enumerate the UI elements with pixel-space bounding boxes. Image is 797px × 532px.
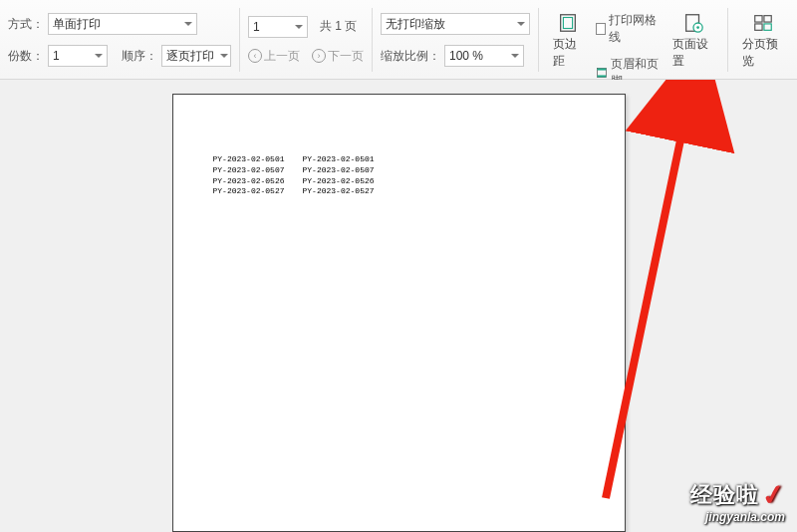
page-total: 共 1 页 bbox=[320, 18, 357, 35]
headerfooter-icon bbox=[596, 66, 608, 80]
chevron-down-icon bbox=[220, 54, 228, 58]
svg-rect-11 bbox=[764, 24, 771, 30]
watermark: 经验啦 ✓ jingyanla.com bbox=[690, 476, 785, 524]
margins-button[interactable]: 页边距 bbox=[547, 10, 590, 72]
next-page-button[interactable]: › 下一页 bbox=[312, 48, 364, 65]
print-preview-area: PY-2023-02-0501 PY-2023-02-0507 PY-2023-… bbox=[0, 80, 797, 532]
chevron-down-icon bbox=[517, 22, 525, 26]
mode-label: 方式： bbox=[8, 16, 44, 33]
chevron-down-icon bbox=[95, 54, 103, 58]
svg-rect-9 bbox=[764, 16, 771, 22]
cell: PY-2023-02-0507 bbox=[213, 165, 285, 176]
page-break-button[interactable]: 分页预览 bbox=[736, 10, 789, 72]
page-break-label: 分页预览 bbox=[742, 36, 783, 70]
mode-value: 单面打印 bbox=[53, 16, 101, 33]
scale-select[interactable]: 无打印缩放 bbox=[381, 13, 530, 35]
scale-ratio-value: 100 % bbox=[449, 49, 483, 63]
page-content: PY-2023-02-0501 PY-2023-02-0507 PY-2023-… bbox=[213, 154, 585, 197]
page-number-select[interactable]: 1 bbox=[248, 16, 308, 38]
group-scale: 无打印缩放 缩放比例： 100 % bbox=[373, 8, 539, 72]
group-page-options: 页边距 打印网格线 页眉和页脚 页面设置 bbox=[539, 8, 728, 72]
svg-rect-10 bbox=[754, 24, 761, 30]
preview-page: PY-2023-02-0501 PY-2023-02-0507 PY-2023-… bbox=[172, 94, 626, 532]
watermark-title: 经验啦 bbox=[690, 482, 759, 507]
margins-label: 页边距 bbox=[553, 36, 584, 70]
svg-rect-1 bbox=[564, 18, 573, 29]
data-column-2: PY-2023-02-0501 PY-2023-02-0507 PY-2023-… bbox=[303, 154, 375, 197]
copies-label: 份数： bbox=[8, 48, 44, 65]
group-print-mode: 方式： 单面打印 份数： 1 顺序： 逐页打印 bbox=[0, 8, 240, 72]
mode-select[interactable]: 单面打印 bbox=[48, 13, 197, 35]
data-column-1: PY-2023-02-0501 PY-2023-02-0507 PY-2023-… bbox=[213, 154, 285, 197]
scale-ratio-label: 缩放比例： bbox=[381, 48, 440, 65]
svg-point-7 bbox=[696, 26, 699, 29]
cell: PY-2023-02-0527 bbox=[213, 186, 285, 197]
margins-icon bbox=[557, 12, 579, 34]
cell: PY-2023-02-0501 bbox=[303, 154, 375, 165]
arrow-left-icon: ‹ bbox=[248, 49, 262, 63]
chevron-down-icon bbox=[295, 25, 303, 29]
order-select[interactable]: 逐页打印 bbox=[161, 45, 231, 67]
group-page-nav: 1 共 1 页 ‹ 上一页 › 下一页 bbox=[240, 8, 373, 72]
cell: PY-2023-02-0507 bbox=[303, 165, 375, 176]
cell: PY-2023-02-0526 bbox=[303, 176, 375, 187]
watermark-url: jingyanla.com bbox=[690, 510, 785, 524]
chevron-down-icon bbox=[511, 54, 519, 58]
group-view: 分页预览 bbox=[728, 8, 797, 72]
copies-value: 1 bbox=[53, 49, 60, 63]
gridlines-checkbox[interactable]: 打印网格线 bbox=[596, 12, 662, 46]
page-setup-label: 页面设置 bbox=[672, 36, 713, 70]
prev-page-label: 上一页 bbox=[264, 48, 300, 65]
prev-page-button[interactable]: ‹ 上一页 bbox=[248, 48, 300, 65]
scale-ratio-select[interactable]: 100 % bbox=[444, 45, 524, 67]
cell: PY-2023-02-0526 bbox=[213, 176, 285, 187]
page-setup-button[interactable]: 页面设置 bbox=[666, 10, 719, 72]
svg-rect-3 bbox=[597, 69, 606, 71]
scale-value: 无打印缩放 bbox=[386, 16, 445, 33]
cell: PY-2023-02-0501 bbox=[213, 154, 285, 165]
page-setup-icon bbox=[682, 12, 704, 34]
svg-rect-8 bbox=[754, 16, 761, 22]
checkmark-icon: ✓ bbox=[760, 477, 787, 513]
page-break-icon bbox=[752, 12, 774, 34]
svg-rect-4 bbox=[597, 75, 606, 77]
copies-input[interactable]: 1 bbox=[48, 45, 108, 67]
checkbox-icon bbox=[596, 23, 607, 35]
next-page-label: 下一页 bbox=[328, 48, 364, 65]
order-value: 逐页打印 bbox=[166, 48, 214, 65]
chevron-down-icon bbox=[184, 22, 192, 26]
order-label: 顺序： bbox=[122, 48, 157, 65]
page-number-value: 1 bbox=[253, 20, 260, 34]
arrow-right-icon: › bbox=[312, 49, 326, 63]
print-toolbar: 方式： 单面打印 份数： 1 顺序： 逐页打印 1 共 1 页 bbox=[0, 0, 797, 80]
cell: PY-2023-02-0527 bbox=[303, 186, 375, 197]
gridlines-label: 打印网格线 bbox=[609, 12, 661, 46]
